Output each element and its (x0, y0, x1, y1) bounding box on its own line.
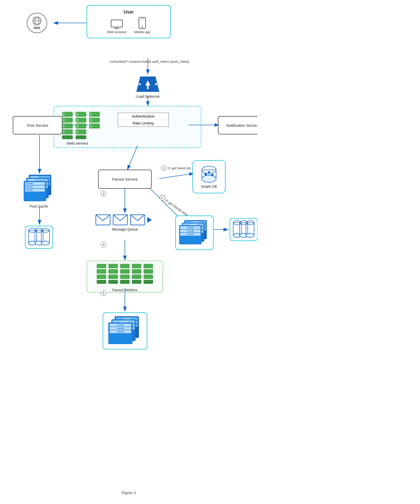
svg-rect-98 (120, 275, 129, 279)
post-cache-label: Post Cache (30, 204, 48, 208)
svg-rect-93 (109, 269, 118, 273)
svg-rect-48 (76, 130, 78, 133)
step5-number: 5 (101, 290, 106, 296)
fw-stack-1 (96, 263, 107, 286)
news-feed-cache: CACHE CACHE CACHE CACHE CACHE CACHE CACH… (99, 312, 150, 320)
load-balancer-label: Load balancer (136, 94, 160, 98)
fw-stack-3 (120, 263, 130, 286)
server-stack-3 (89, 111, 100, 132)
svg-rect-37 (63, 124, 65, 128)
post-service-box: Post Service (13, 116, 62, 134)
svg-rect-44 (76, 119, 78, 122)
svg-rect-53 (90, 119, 92, 122)
svg-point-26 (142, 27, 143, 28)
fw-stack-2 (108, 263, 118, 286)
svg-rect-39 (63, 130, 65, 133)
svg-rect-105 (144, 269, 153, 273)
mobile-app-label: Mobile app (134, 30, 150, 34)
user-title: User (124, 9, 134, 15)
svg-rect-101 (132, 269, 141, 273)
svg-rect-102 (132, 275, 141, 279)
user-icons: Web browser Mobile app (107, 17, 150, 34)
post-db-icon (25, 226, 53, 249)
queue-arrow (147, 214, 154, 226)
svg-rect-90 (97, 275, 106, 279)
svg-rect-88 (97, 264, 106, 268)
svg-rect-103 (132, 280, 141, 284)
svg-rect-91 (97, 280, 106, 284)
server-stack-1 (62, 111, 73, 140)
user-db-cylinders (232, 220, 255, 240)
post-db-cylinders (28, 227, 50, 247)
svg-point-82 (246, 233, 254, 237)
svg-rect-106 (144, 275, 153, 279)
svg-rect-22 (111, 20, 122, 27)
graph-db-label: Graph DB (201, 184, 217, 188)
svg-rect-100 (132, 264, 141, 268)
api-call-text: v1/me/feed? content=Hello& auth_token={a… (110, 59, 189, 64)
svg-point-64 (41, 241, 49, 245)
auth-label: Authentication (118, 113, 168, 120)
user-cache: CACHE CACHE CACHE CACHE CACHE CACHE CACH… (173, 216, 215, 221)
fw-stack-5 (143, 263, 153, 286)
svg-line-8 (127, 145, 138, 170)
user-db-icon (230, 218, 258, 241)
envelope-icon-1 (95, 214, 111, 226)
web-servers-label: Web servers (67, 141, 88, 145)
web-browser-icon (111, 19, 123, 29)
arrows-svg (0, 0, 257, 497)
mobile-app-item: Mobile app (134, 17, 150, 34)
svg-rect-51 (90, 113, 92, 116)
fanout-service-label: Fanout Service (112, 177, 138, 181)
user-box: User Web browser Mobile app (87, 5, 171, 38)
auth-rate-box: Authentication Rate Limiting (118, 113, 169, 127)
mobile-app-icon (138, 17, 146, 29)
svg-rect-104 (144, 264, 153, 268)
news-feed-cache-box: CACHE CACHE CACHE CACHE CACHE CACHE CACH… (103, 312, 147, 349)
svg-rect-35 (63, 119, 65, 122)
diagram-container: DNS User Web browser Mob (0, 0, 257, 497)
step1-number: 1 (161, 165, 167, 171)
notification-service-box: Notification Service (218, 116, 257, 134)
load-balancer-icon (136, 75, 159, 93)
web-browser-label: Web browser (107, 30, 126, 34)
fw-stack-4 (132, 263, 142, 286)
envelope-icon-3 (130, 214, 145, 226)
message-queue: Message Queue (92, 214, 158, 231)
load-balancer: Load balancer (133, 75, 163, 98)
fanout-workers-icon (96, 263, 153, 286)
svg-rect-49 (76, 135, 86, 139)
dns-globe-icon (32, 16, 42, 26)
dns-node: DNS (27, 13, 47, 33)
step2-label: 2 ② get friends data (159, 194, 189, 218)
svg-rect-92 (109, 264, 118, 268)
svg-line-11 (159, 173, 194, 179)
svg-rect-95 (109, 280, 118, 284)
svg-rect-40 (62, 135, 73, 139)
graph-db-icon (200, 165, 218, 183)
step5-label: 5 (101, 290, 106, 296)
post-cache-icon: CACHE CACHE CACHE CACHE CACHE CACHE CACH… (24, 175, 54, 203)
web-servers-box: Authentication Rate Limiting Web servers (54, 106, 201, 148)
svg-rect-42 (76, 113, 78, 116)
user-db: User DB (225, 218, 257, 224)
figure-label: Figure 3 (0, 490, 257, 495)
fanout-workers-label: Fanout Workers (112, 288, 137, 292)
rate-label: Rate Limiting (118, 120, 168, 127)
post-db: Post DB (20, 226, 57, 231)
svg-point-67 (202, 175, 216, 182)
svg-rect-55 (90, 124, 92, 128)
step3-number: 3 (101, 191, 106, 196)
notification-service-label: Notification Service (226, 123, 257, 128)
svg-rect-96 (120, 264, 129, 268)
envelope-icon-2 (113, 214, 128, 226)
message-queue-label: Message Queue (112, 227, 138, 231)
step3-label: 3 (101, 191, 106, 196)
step4-number: 4 (101, 242, 106, 247)
svg-rect-94 (109, 275, 118, 279)
web-browser-item: Web browser (107, 19, 126, 34)
step1-label: 1 ① get friend ids (161, 165, 191, 171)
user-cache-box: CACHE CACHE CACHE CACHE CACHE CACHE CACH… (175, 216, 214, 250)
message-queue-icon (95, 214, 154, 226)
web-servers-stacks (62, 111, 100, 140)
